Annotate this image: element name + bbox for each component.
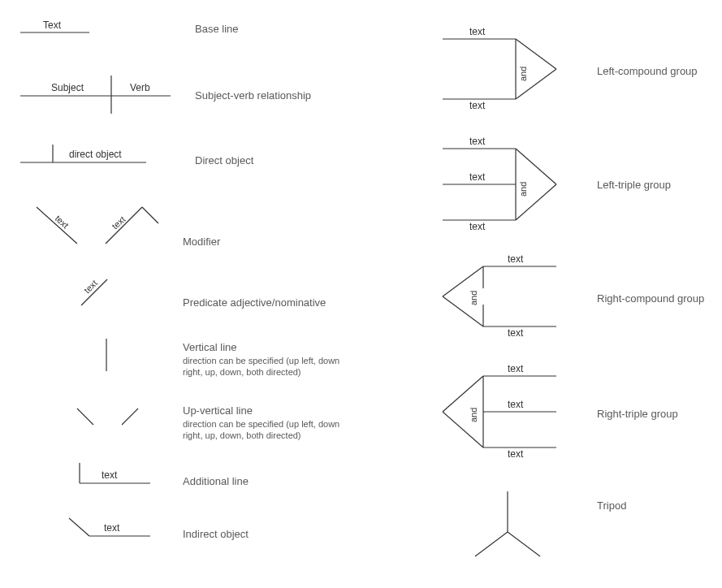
leftcompound-icon: text text and — [430, 24, 573, 114]
svg-line-37 — [443, 376, 483, 412]
lefttriple-text2: text — [469, 171, 486, 183]
additional-text: text — [102, 469, 118, 481]
lefttriple-icon: text text text and — [430, 134, 573, 236]
indirect-icon: text — [65, 512, 154, 544]
leftcompound-conj: and — [518, 67, 528, 81]
svg-line-14 — [69, 518, 89, 536]
svg-line-41 — [508, 532, 540, 556]
upvertical-sublabel: direction can be specified (up left, dow… — [183, 418, 361, 442]
lefttriple-conj: and — [518, 182, 528, 197]
subjectverb-icon: Subject Verb — [20, 71, 175, 116]
modifier-text1: text — [54, 214, 71, 231]
lefttriple-text3: text — [469, 221, 486, 232]
additional-icon: text — [73, 459, 154, 491]
svg-line-10 — [77, 409, 93, 425]
additional-label: Additional line — [183, 475, 249, 487]
svg-line-11 — [122, 409, 138, 425]
tripod-icon — [463, 487, 552, 564]
predicate-label: Predicate adjective/nominative — [183, 296, 326, 309]
verb-text: Verb — [130, 82, 150, 93]
righttriple-text1: text — [508, 363, 524, 374]
vertical-label: Vertical line — [183, 341, 236, 353]
leftcompound-text1: text — [469, 26, 486, 37]
rightcompound-text2: text — [508, 327, 524, 339]
vertical-icon — [100, 337, 116, 374]
predicate-icon: text — [73, 275, 122, 311]
rightcompound-conj: and — [469, 291, 478, 305]
righttriple-conj: and — [469, 408, 478, 422]
righttriple-label: Right-triple group — [597, 408, 678, 420]
subjectverb-label: Subject-verb relationship — [195, 89, 311, 102]
directobject-icon: direct object — [20, 138, 150, 171]
modifier-label: Modifier — [183, 236, 220, 248]
vertical-sublabel: direction can be specified (up left, dow… — [183, 355, 361, 378]
modifier-icon: text text — [28, 199, 166, 252]
rightcompound-icon: text text and — [430, 252, 573, 341]
rightcompound-label: Right-compound group — [597, 292, 704, 305]
predicate-text: text — [82, 278, 99, 295]
svg-line-25 — [516, 149, 556, 184]
directobject-label: Direct object — [195, 154, 253, 166]
upvertical-icon — [73, 402, 146, 430]
svg-line-40 — [475, 532, 508, 556]
leftcompound-text2: text — [469, 100, 486, 111]
tripod-label: Tripod — [597, 499, 626, 512]
righttriple-text2: text — [508, 399, 524, 410]
baseline-text: Text — [43, 19, 62, 31]
lefttriple-label: Left-triple group — [597, 179, 671, 191]
upvertical-label: Up-vertical line — [183, 404, 253, 417]
indirect-label: Indirect object — [183, 528, 249, 540]
baseline-label: Base line — [195, 23, 238, 35]
leftcompound-label: Left-compound group — [597, 65, 698, 77]
rightcompound-text1: text — [508, 253, 524, 265]
svg-line-7 — [142, 207, 158, 223]
baseline-icon: Text — [20, 15, 93, 39]
righttriple-icon: text text text and — [430, 361, 573, 463]
directobject-text: direct object — [69, 149, 122, 160]
indirect-text: text — [104, 522, 120, 534]
lefttriple-text1: text — [469, 136, 486, 147]
righttriple-text3: text — [508, 448, 524, 460]
svg-line-5 — [37, 207, 77, 244]
modifier-text2: text — [110, 214, 127, 231]
subject-text: Subject — [51, 82, 84, 93]
svg-line-19 — [516, 39, 556, 69]
